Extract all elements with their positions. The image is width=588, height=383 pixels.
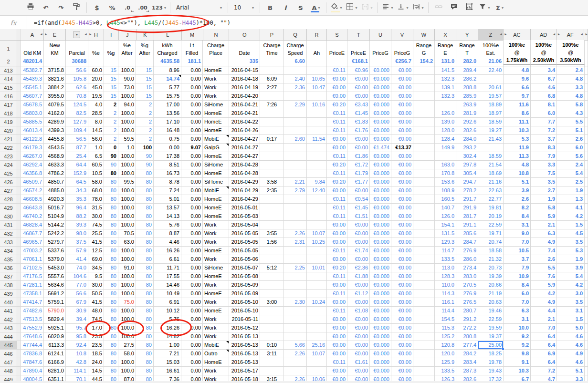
cell-Y419[interactable]: 292.6 [456, 118, 478, 126]
cell-K437[interactable]: 80 [136, 272, 154, 280]
cell-L418[interactable]: 13.56 [154, 109, 181, 117]
cell-O417[interactable]: 2016-04-21 [229, 101, 260, 109]
cell-AC413[interactable]: 4.8 [504, 66, 531, 74]
cell-AC444[interactable]: 9.2 [504, 332, 531, 341]
cell-E437[interactable]: 5557.6 [44, 272, 66, 280]
header-cell[interactable]: ChargeSpeed [284, 41, 307, 57]
cell-V439[interactable]: €0.00 [391, 290, 413, 298]
cell-F428[interactable]: 35.3 [66, 195, 88, 203]
cell-M440[interactable]: 0.00 [181, 298, 203, 306]
cell-P417[interactable]: 7:26 [260, 101, 284, 109]
cell-I419[interactable]: 2 [104, 118, 118, 126]
cell-A432[interactable]: 46867.7 [21, 229, 44, 238]
cell-AD419[interactable]: 7.7 [531, 118, 557, 126]
cell-F437[interactable]: 104.6 [66, 272, 88, 280]
cell-L427[interactable]: 7.24 [154, 186, 181, 195]
cell-T431[interactable]: €0.00 [347, 221, 370, 229]
cell-H429[interactable]: 31.5 [88, 204, 104, 212]
cell-S434[interactable]: €0.11 [327, 247, 347, 255]
cell-Y444[interactable]: 280.8 [456, 332, 478, 341]
cell-Y447[interactable]: 283.4 [456, 358, 478, 366]
cell-I422[interactable]: 0 [104, 144, 118, 152]
cell-M421[interactable]: 0.00 [181, 135, 203, 143]
row-header-435[interactable]: 435 [0, 255, 17, 263]
cell-T439[interactable]: €1.12 [347, 290, 370, 298]
font-family-select[interactable]: Arial▾ [173, 2, 225, 13]
cell-AF435[interactable]: 1.9 [557, 255, 585, 263]
column-header-I[interactable]: I [104, 29, 118, 40]
header-cell[interactable]: 100%eEst. [478, 41, 504, 57]
cell-K430[interactable]: 80 [136, 212, 154, 220]
cell-AC419[interactable]: 11.1 [504, 118, 531, 126]
cell-P426[interactable]: 3:58 [260, 178, 284, 186]
cell-J439[interactable]: 100.0 [118, 290, 136, 298]
cell-N426[interactable]: SiHome [203, 178, 229, 186]
row-header-431[interactable]: 431 [0, 221, 17, 229]
cell-T444[interactable]: €0.00 [347, 332, 370, 341]
row-header-441[interactable]: 441 [0, 307, 17, 315]
cell-F448[interactable]: 114.1 [66, 367, 88, 375]
cell-P423[interactable] [260, 152, 284, 160]
cell-A436[interactable]: 47102.5 [21, 264, 44, 272]
cell-Q428[interactable] [284, 195, 307, 203]
cell-J432[interactable]: 70.5 [118, 229, 136, 238]
cell-V440[interactable]: €0.00 [391, 298, 413, 306]
cell-P420[interactable] [260, 126, 284, 135]
cell-O431[interactable]: 2016-05-04 [229, 221, 260, 229]
cell-Y429[interactable]: 291.9 [456, 204, 478, 212]
cell-K446[interactable]: 80 [136, 350, 154, 358]
cell-H421[interactable]: 56.0 [88, 135, 104, 143]
cell-W434[interactable] [413, 247, 435, 255]
cell-L421[interactable]: 0.75 [154, 135, 181, 143]
cell-M442[interactable]: 0.00 [181, 315, 203, 323]
cell-X436[interactable]: 113.0 [435, 264, 456, 272]
cell-P441[interactable] [260, 307, 284, 315]
cell-T416[interactable]: €0.00 [347, 92, 370, 100]
cell-N445[interactable]: MobiE [203, 341, 229, 349]
cell-AD438[interactable]: 5.9 [531, 281, 557, 289]
cell-R427[interactable]: 12.40 [307, 186, 327, 195]
cell-J437[interactable]: 100.0 [118, 272, 136, 280]
cell-F446[interactable]: 10.8 [66, 350, 88, 358]
header-cell[interactable]: Ah [307, 41, 327, 57]
cell-H423[interactable]: 6.5 [88, 152, 104, 160]
cell-S431[interactable]: €0.00 [327, 221, 347, 229]
cell-U442[interactable]: €0.000 [370, 315, 391, 323]
cell-Y446[interactable]: 284.2 [456, 350, 478, 358]
totals-cell[interactable]: 154.2 [413, 57, 435, 66]
cell-W430[interactable] [413, 212, 435, 220]
cell-V448[interactable]: €0.00 [391, 367, 413, 375]
cell-Q438[interactable] [284, 281, 307, 289]
cell-Q417[interactable]: 2.29 [284, 101, 307, 109]
cell-AF419[interactable]: 5.5 [557, 118, 585, 126]
cell-M417[interactable]: 0.00 [181, 101, 203, 109]
cell-P427[interactable]: 2:35 [260, 186, 284, 195]
cell-E444[interactable]: 6020.9 [44, 332, 66, 341]
cell-Y443[interactable]: 272.2 [456, 324, 478, 332]
cell-T426[interactable]: €1.77 [347, 178, 370, 186]
cell-R425[interactable] [307, 169, 327, 177]
cell-X423[interactable] [435, 152, 456, 160]
cell-J421[interactable]: 59.5 [118, 135, 136, 143]
cell-H422[interactable]: 1.0 [88, 144, 104, 152]
cell-T448[interactable]: €0.00 [347, 367, 370, 375]
cell-N420[interactable]: HomeE [203, 126, 229, 135]
cell-U415[interactable]: €0.000 [370, 83, 391, 92]
cell-N414[interactable]: Work [203, 75, 229, 83]
column-header-col25[interactable]: ► [584, 29, 588, 40]
cell-U443[interactable]: €0.000 [370, 324, 391, 332]
cell-L419[interactable]: 17.10 [154, 118, 181, 126]
cell-I441[interactable]: 80 [104, 307, 118, 315]
cell-A429[interactable]: 46643.8 [21, 204, 44, 212]
cell-H433[interactable]: 41.5 [88, 238, 104, 246]
column-header-U[interactable]: U [370, 29, 391, 40]
cell-O422[interactable]: 2016-04-27 [229, 144, 260, 152]
cell-Z448[interactable]: 19.43 [478, 367, 504, 375]
cell-J419[interactable]: 100.0 [118, 118, 136, 126]
cell-R448[interactable] [307, 367, 327, 375]
cell-P421[interactable]: 0:17 [260, 135, 284, 143]
cell-S416[interactable]: €0.00 [327, 92, 347, 100]
cell-O443[interactable]: 2016-05-12 [229, 324, 260, 332]
cell-R437[interactable] [307, 272, 327, 280]
cell-W427[interactable] [413, 186, 435, 195]
